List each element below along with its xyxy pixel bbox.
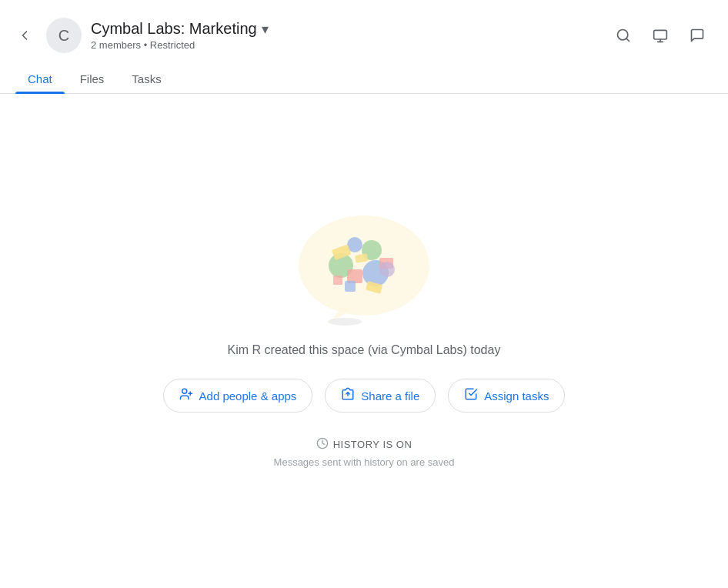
header-info: Cymbal Labs: Marketing ▾ 2 members • Res… — [91, 20, 608, 51]
history-icon — [316, 437, 329, 452]
add-people-button[interactable]: Add people & apps — [163, 379, 313, 413]
avatar: C — [46, 18, 82, 53]
header-actions — [608, 20, 713, 51]
share-file-icon — [341, 387, 355, 404]
history-section: HISTORY IS ON Messages sent with history… — [274, 437, 455, 468]
chevron-down-icon[interactable]: ▾ — [262, 21, 269, 38]
present-button[interactable] — [645, 20, 676, 51]
message-button[interactable] — [682, 20, 713, 51]
tab-tasks[interactable]: Tasks — [119, 65, 173, 93]
history-sublabel: Messages sent with history on are saved — [274, 456, 455, 468]
svg-rect-19 — [333, 276, 342, 285]
add-people-label: Add people & apps — [199, 389, 297, 403]
assign-tasks-label: Assign tasks — [484, 389, 549, 403]
tab-chat[interactable]: Chat — [15, 65, 65, 93]
svg-point-5 — [299, 215, 429, 316]
svg-rect-17 — [345, 281, 356, 292]
action-buttons: Add people & apps Share a file Assign ta… — [163, 379, 566, 413]
space-subtitle: 2 members • Restricted — [91, 39, 608, 51]
history-label: HISTORY IS ON — [316, 437, 412, 452]
chat-illustration — [287, 208, 441, 331]
share-file-button[interactable]: Share a file — [325, 379, 436, 413]
svg-point-20 — [182, 389, 186, 393]
main-content: Kim R created this space (via Cymbal Lab… — [0, 94, 728, 582]
created-message: Kim R created this space (via Cymbal Lab… — [228, 343, 501, 357]
svg-point-7 — [328, 318, 362, 326]
tabs-bar: Chat Files Tasks — [0, 65, 728, 94]
svg-line-1 — [626, 38, 629, 42]
assign-tasks-button[interactable]: Assign tasks — [448, 379, 565, 413]
space-title: Cymbal Labs: Marketing — [91, 20, 257, 38]
back-button[interactable] — [9, 20, 40, 51]
header: C Cymbal Labs: Marketing ▾ 2 members • R… — [0, 0, 728, 62]
search-button[interactable] — [608, 20, 639, 51]
assign-tasks-icon — [464, 387, 478, 404]
add-people-icon — [179, 387, 193, 404]
tab-files[interactable]: Files — [68, 65, 117, 93]
svg-rect-2 — [654, 30, 667, 39]
svg-point-18 — [379, 262, 395, 277]
share-file-label: Share a file — [361, 389, 419, 403]
